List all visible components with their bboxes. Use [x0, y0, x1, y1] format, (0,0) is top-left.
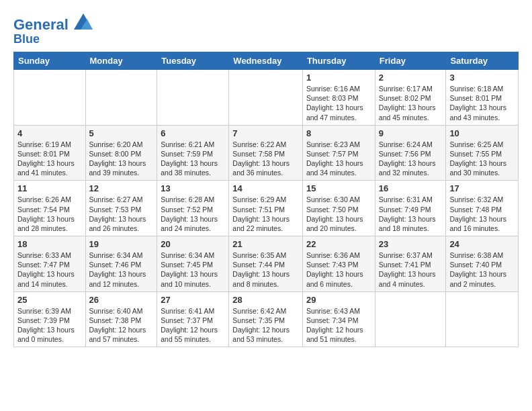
day-detail: Sunrise: 6:20 AM Sunset: 8:00 PM Dayligh…	[89, 140, 154, 178]
day-detail: Sunrise: 6:43 AM Sunset: 7:34 PM Dayligh…	[306, 306, 371, 345]
calendar-cell	[375, 291, 446, 347]
calendar-cell: 24Sunrise: 6:38 AM Sunset: 7:40 PM Dayli…	[446, 236, 519, 292]
day-number: 23	[379, 239, 443, 249]
day-detail: Sunrise: 6:34 AM Sunset: 7:45 PM Dayligh…	[161, 250, 225, 289]
day-detail: Sunrise: 6:37 AM Sunset: 7:41 PM Dayligh…	[379, 250, 443, 289]
day-detail: Sunrise: 6:39 AM Sunset: 7:39 PM Dayligh…	[17, 306, 82, 345]
day-detail: Sunrise: 6:27 AM Sunset: 7:53 PM Dayligh…	[89, 195, 154, 233]
day-number: 15	[306, 183, 371, 193]
logo-general: General	[13, 16, 69, 33]
calendar-cell: 13Sunrise: 6:28 AM Sunset: 7:52 PM Dayli…	[157, 181, 229, 236]
day-detail: Sunrise: 6:16 AM Sunset: 8:03 PM Dayligh…	[306, 84, 371, 122]
calendar-cell	[446, 291, 519, 347]
day-number: 26	[89, 295, 154, 305]
day-number: 29	[306, 295, 371, 305]
day-detail: Sunrise: 6:21 AM Sunset: 7:59 PM Dayligh…	[161, 140, 225, 178]
day-detail: Sunrise: 6:30 AM Sunset: 7:50 PM Dayligh…	[306, 195, 371, 233]
day-number: 12	[89, 183, 154, 193]
calendar-header-wednesday: Wednesday	[229, 52, 303, 69]
day-detail: Sunrise: 6:18 AM Sunset: 8:01 PM Dayligh…	[449, 84, 515, 122]
calendar-week-row: 4Sunrise: 6:19 AM Sunset: 8:01 PM Daylig…	[14, 125, 519, 181]
calendar-cell	[85, 69, 157, 125]
day-detail: Sunrise: 6:23 AM Sunset: 7:57 PM Dayligh…	[306, 140, 371, 178]
calendar-header-thursday: Thursday	[302, 52, 375, 69]
calendar-cell: 16Sunrise: 6:31 AM Sunset: 7:49 PM Dayli…	[375, 181, 446, 236]
calendar-header-tuesday: Tuesday	[157, 52, 229, 69]
day-number: 10	[449, 128, 515, 138]
calendar-cell: 22Sunrise: 6:36 AM Sunset: 7:43 PM Dayli…	[302, 236, 375, 292]
header: General Blue	[13, 11, 519, 46]
calendar-header-sunday: Sunday	[14, 52, 86, 69]
day-detail: Sunrise: 6:28 AM Sunset: 7:52 PM Dayligh…	[161, 195, 225, 233]
calendar-cell: 3Sunrise: 6:18 AM Sunset: 8:01 PM Daylig…	[446, 69, 519, 125]
day-number: 27	[161, 295, 225, 305]
calendar: SundayMondayTuesdayWednesdayThursdayFrid…	[13, 52, 519, 347]
day-number: 24	[449, 239, 515, 249]
calendar-header-row: SundayMondayTuesdayWednesdayThursdayFrid…	[14, 52, 519, 69]
day-detail: Sunrise: 6:25 AM Sunset: 7:55 PM Dayligh…	[449, 140, 515, 178]
calendar-header-saturday: Saturday	[446, 52, 519, 69]
day-number: 1	[306, 73, 371, 83]
calendar-cell: 8Sunrise: 6:23 AM Sunset: 7:57 PM Daylig…	[302, 125, 375, 181]
calendar-cell: 6Sunrise: 6:21 AM Sunset: 7:59 PM Daylig…	[157, 125, 229, 181]
day-number: 16	[379, 183, 443, 193]
logo-icon	[74, 13, 93, 30]
day-detail: Sunrise: 6:42 AM Sunset: 7:35 PM Dayligh…	[232, 306, 299, 345]
calendar-week-row: 1Sunrise: 6:16 AM Sunset: 8:03 PM Daylig…	[14, 69, 519, 125]
calendar-cell: 29Sunrise: 6:43 AM Sunset: 7:34 PM Dayli…	[302, 291, 375, 347]
day-number: 19	[89, 239, 154, 249]
calendar-week-row: 11Sunrise: 6:26 AM Sunset: 7:54 PM Dayli…	[14, 181, 519, 236]
day-detail: Sunrise: 6:35 AM Sunset: 7:44 PM Dayligh…	[232, 250, 299, 289]
calendar-cell	[229, 69, 303, 125]
day-number: 22	[306, 239, 371, 249]
calendar-cell: 4Sunrise: 6:19 AM Sunset: 8:01 PM Daylig…	[14, 125, 86, 181]
calendar-cell: 15Sunrise: 6:30 AM Sunset: 7:50 PM Dayli…	[302, 181, 375, 236]
day-number: 2	[379, 73, 443, 83]
day-number: 7	[232, 128, 299, 138]
calendar-cell: 2Sunrise: 6:17 AM Sunset: 8:02 PM Daylig…	[375, 69, 446, 125]
day-detail: Sunrise: 6:34 AM Sunset: 7:46 PM Dayligh…	[89, 250, 154, 289]
calendar-cell: 26Sunrise: 6:40 AM Sunset: 7:38 PM Dayli…	[85, 291, 157, 347]
day-number: 21	[232, 239, 299, 249]
day-number: 17	[449, 183, 515, 193]
day-detail: Sunrise: 6:33 AM Sunset: 7:47 PM Dayligh…	[17, 250, 82, 289]
calendar-header-monday: Monday	[85, 52, 157, 69]
day-number: 20	[161, 239, 225, 249]
day-detail: Sunrise: 6:29 AM Sunset: 7:51 PM Dayligh…	[232, 195, 299, 233]
day-detail: Sunrise: 6:19 AM Sunset: 8:01 PM Dayligh…	[17, 140, 82, 178]
calendar-cell: 10Sunrise: 6:25 AM Sunset: 7:55 PM Dayli…	[446, 125, 519, 181]
day-number: 3	[449, 73, 515, 83]
day-detail: Sunrise: 6:41 AM Sunset: 7:37 PM Dayligh…	[161, 306, 225, 345]
day-number: 13	[161, 183, 225, 193]
calendar-cell: 25Sunrise: 6:39 AM Sunset: 7:39 PM Dayli…	[14, 291, 86, 347]
day-detail: Sunrise: 6:26 AM Sunset: 7:54 PM Dayligh…	[17, 195, 82, 233]
calendar-week-row: 25Sunrise: 6:39 AM Sunset: 7:39 PM Dayli…	[14, 291, 519, 347]
calendar-cell: 27Sunrise: 6:41 AM Sunset: 7:37 PM Dayli…	[157, 291, 229, 347]
calendar-header-friday: Friday	[375, 52, 446, 69]
day-detail: Sunrise: 6:24 AM Sunset: 7:56 PM Dayligh…	[379, 140, 443, 178]
day-number: 9	[379, 128, 443, 138]
calendar-cell: 18Sunrise: 6:33 AM Sunset: 7:47 PM Dayli…	[14, 236, 86, 292]
day-number: 5	[89, 128, 154, 138]
day-detail: Sunrise: 6:31 AM Sunset: 7:49 PM Dayligh…	[379, 195, 443, 233]
day-number: 11	[17, 183, 82, 193]
day-number: 4	[17, 128, 82, 138]
calendar-cell: 17Sunrise: 6:32 AM Sunset: 7:48 PM Dayli…	[446, 181, 519, 236]
calendar-cell: 11Sunrise: 6:26 AM Sunset: 7:54 PM Dayli…	[14, 181, 86, 236]
calendar-cell: 12Sunrise: 6:27 AM Sunset: 7:53 PM Dayli…	[85, 181, 157, 236]
day-detail: Sunrise: 6:17 AM Sunset: 8:02 PM Dayligh…	[379, 84, 443, 122]
day-number: 18	[17, 239, 82, 249]
calendar-cell: 21Sunrise: 6:35 AM Sunset: 7:44 PM Dayli…	[229, 236, 303, 292]
calendar-cell: 28Sunrise: 6:42 AM Sunset: 7:35 PM Dayli…	[229, 291, 303, 347]
day-detail: Sunrise: 6:38 AM Sunset: 7:40 PM Dayligh…	[449, 250, 515, 289]
day-number: 6	[161, 128, 225, 138]
calendar-cell: 7Sunrise: 6:22 AM Sunset: 7:58 PM Daylig…	[229, 125, 303, 181]
calendar-cell	[14, 69, 86, 125]
calendar-cell: 19Sunrise: 6:34 AM Sunset: 7:46 PM Dayli…	[85, 236, 157, 292]
day-detail: Sunrise: 6:32 AM Sunset: 7:48 PM Dayligh…	[449, 195, 515, 233]
day-number: 25	[17, 295, 82, 305]
calendar-cell: 5Sunrise: 6:20 AM Sunset: 8:00 PM Daylig…	[85, 125, 157, 181]
calendar-week-row: 18Sunrise: 6:33 AM Sunset: 7:47 PM Dayli…	[14, 236, 519, 292]
calendar-cell: 23Sunrise: 6:37 AM Sunset: 7:41 PM Dayli…	[375, 236, 446, 292]
day-detail: Sunrise: 6:22 AM Sunset: 7:58 PM Dayligh…	[232, 140, 299, 178]
